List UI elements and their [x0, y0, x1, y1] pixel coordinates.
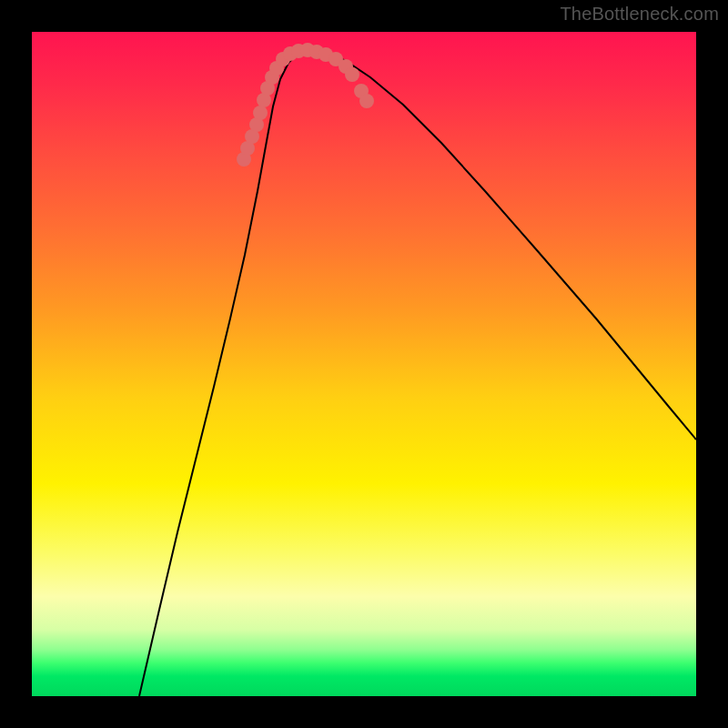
- highlight-dot: [345, 67, 359, 82]
- highlight-dots: [237, 43, 374, 167]
- curve-layer: [32, 32, 696, 696]
- bottleneck-curve: [139, 50, 696, 696]
- chart-frame: TheBottleneck.com: [0, 0, 728, 728]
- highlight-dot: [359, 94, 374, 108]
- watermark-text: TheBottleneck.com: [560, 4, 719, 25]
- highlight-dot: [253, 106, 268, 120]
- plot-area: [32, 32, 696, 696]
